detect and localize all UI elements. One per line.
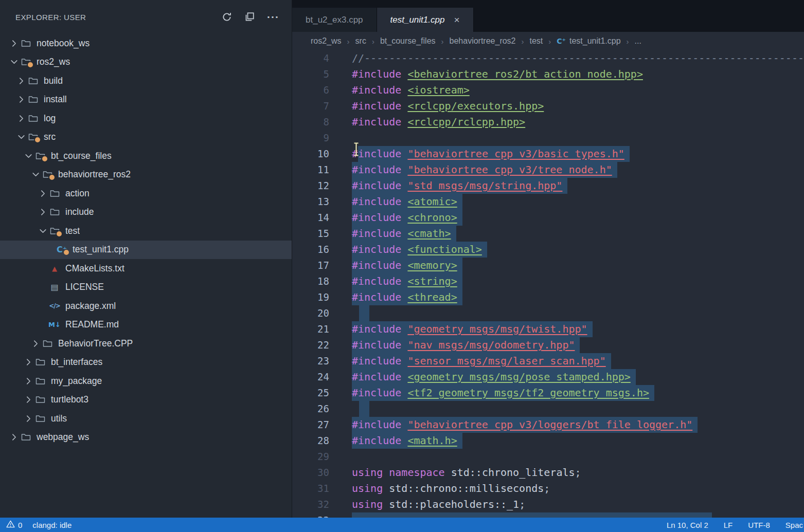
line-number[interactable]: 10 [292, 146, 329, 162]
line-number[interactable]: 4 [292, 50, 329, 66]
line-number[interactable]: 15 [292, 226, 329, 242]
tree-item-webpage_ws[interactable]: webpage_ws [0, 428, 292, 447]
tree-item-bt_course_files[interactable]: bt_course_files [0, 146, 292, 166]
tree-item-BehaviorTree.CPP[interactable]: BehaviorTree.CPP [0, 334, 292, 353]
chevron-down-icon[interactable] [15, 133, 27, 141]
tree-item-src[interactable]: src [0, 128, 292, 147]
code-line-22[interactable]: 22#include "nav_msgs/msg/odometry.hpp" [292, 337, 804, 353]
refresh-explorer-icon[interactable] [222, 12, 232, 22]
code-line-24[interactable]: 24#include <geometry_msgs/msg/pose_stamp… [292, 369, 804, 385]
code-line-10[interactable]: 10#include "behaviortree_cpp_v3/basic_ty… [292, 146, 804, 162]
code-line-6[interactable]: 6#include <iostream> [292, 82, 804, 98]
code-line-33[interactable]: 33 [292, 512, 804, 518]
problems-indicator[interactable]: 0 [6, 520, 22, 530]
code-line-9[interactable]: 9 [292, 130, 804, 146]
chevron-right-icon[interactable] [30, 339, 41, 348]
line-number[interactable]: 33 [292, 512, 329, 518]
line-number[interactable]: 5 [292, 66, 329, 82]
code-editor[interactable]: 4//-------------------------------------… [292, 50, 804, 518]
line-number[interactable]: 13 [292, 194, 329, 210]
tree-item-action[interactable]: action [0, 184, 292, 203]
tree-item-log[interactable]: log [0, 109, 292, 128]
tree-item-ros2_ws[interactable]: ros2_ws [0, 53, 292, 72]
breadcrumb-item-src[interactable]: src [355, 36, 366, 46]
breadcrumb-item-bt_course_files[interactable]: bt_course_files [380, 36, 436, 46]
line-number[interactable]: 14 [292, 210, 329, 226]
code-line-21[interactable]: 21#include "geometry_msgs/msg/twist.hpp" [292, 321, 804, 337]
line-number[interactable]: 31 [292, 481, 329, 497]
line-number[interactable]: 16 [292, 242, 329, 258]
code-line-7[interactable]: 7#include <rclcpp/executors.hpp> [292, 98, 804, 114]
tree-item-install[interactable]: install [0, 90, 292, 109]
indent-indicator[interactable]: Spac [785, 521, 803, 529]
collapse-folders-icon[interactable] [244, 12, 255, 22]
more-actions-icon[interactable]: ··· [267, 14, 279, 20]
eol-indicator[interactable]: LF [724, 521, 733, 529]
tree-item-LICENSE[interactable]: ▤LICENSE [0, 278, 292, 297]
line-number[interactable]: 12 [292, 178, 329, 194]
line-number[interactable]: 30 [292, 465, 329, 481]
chevron-right-icon[interactable] [15, 95, 27, 104]
line-number[interactable]: 20 [292, 305, 329, 321]
chevron-right-icon[interactable] [8, 433, 20, 442]
breadcrumb-item-test[interactable]: test [530, 36, 543, 46]
code-line-13[interactable]: 13#include <atomic> [292, 194, 804, 210]
encoding-indicator[interactable]: UTF-8 [748, 521, 770, 529]
tree-item-build[interactable]: build [0, 71, 292, 90]
code-line-28[interactable]: 28#include <math.h> [292, 433, 804, 449]
line-number[interactable]: 17 [292, 258, 329, 273]
code-line-17[interactable]: 17#include <memory> [292, 258, 804, 273]
code-line-14[interactable]: 14#include <chrono> [292, 210, 804, 226]
chevron-right-icon[interactable] [15, 114, 27, 123]
tree-item-behaviortree_ros2[interactable]: behaviortree_ros2 [0, 166, 292, 185]
line-number[interactable]: 6 [292, 82, 329, 98]
line-number[interactable]: 18 [292, 273, 329, 289]
chevron-right-icon[interactable] [15, 77, 27, 85]
breadcrumb-item-behaviortree_ros2[interactable]: behaviortree_ros2 [450, 36, 516, 46]
code-line-30[interactable]: 30using namespace std::chrono_literals; [292, 465, 804, 481]
tree-item-notebook_ws[interactable]: notebook_ws [0, 34, 292, 53]
line-number[interactable]: 28 [292, 433, 329, 449]
code-line-19[interactable]: 19#include <thread> [292, 289, 804, 305]
tree-item-my_package[interactable]: my_package [0, 372, 292, 391]
code-line-4[interactable]: 4//-------------------------------------… [292, 50, 804, 66]
code-line-27[interactable]: 27#include "behaviortree_cpp_v3/loggers/… [292, 417, 804, 433]
breadcrumb-item-ros2_ws[interactable]: ros2_ws [311, 36, 342, 46]
chevron-right-icon[interactable] [23, 377, 34, 386]
line-number[interactable]: 22 [292, 337, 329, 353]
tree-item-utils[interactable]: utils [0, 409, 292, 428]
code-line-26[interactable]: 26 [292, 401, 804, 417]
code-line-32[interactable]: 32using std::placeholders::_1; [292, 497, 804, 512]
line-number[interactable]: 19 [292, 289, 329, 305]
line-number[interactable]: 29 [292, 449, 329, 465]
tree-item-bt_interfaces[interactable]: bt_interfaces [0, 353, 292, 372]
breadcrumb-item-test_unit1.cpp[interactable]: C⁺test_unit1.cpp [557, 36, 620, 46]
line-number[interactable]: 11 [292, 162, 329, 178]
line-number[interactable]: 27 [292, 417, 329, 433]
chevron-right-icon[interactable] [23, 395, 34, 404]
line-number[interactable]: 7 [292, 98, 329, 114]
tree-item-turtlebot3[interactable]: turtlebot3 [0, 391, 292, 410]
tree-item-include[interactable]: include [0, 203, 292, 222]
tree-item-README.md[interactable]: M↓README.md [0, 316, 292, 335]
code-line-11[interactable]: 11#include "behaviortree_cpp_v3/tree_nod… [292, 162, 804, 178]
chevron-down-icon[interactable] [30, 170, 41, 179]
code-line-25[interactable]: 25#include <tf2_geometry_msgs/tf2_geomet… [292, 385, 804, 401]
line-number[interactable]: 23 [292, 353, 329, 369]
chevron-right-icon[interactable] [23, 414, 34, 423]
close-tab-icon[interactable]: × [454, 15, 459, 25]
clangd-status[interactable]: clangd: idle [32, 521, 72, 529]
tree-item-CMakeLists.txt[interactable]: ▲CMakeLists.txt [0, 259, 292, 278]
code-line-15[interactable]: 15#include <cmath> [292, 226, 804, 242]
chevron-down-icon[interactable] [23, 152, 34, 160]
line-number[interactable]: 9 [292, 130, 329, 146]
line-number[interactable]: 25 [292, 385, 329, 401]
line-number[interactable]: 32 [292, 497, 329, 512]
code-line-20[interactable]: 20 [292, 305, 804, 321]
tab-bt_u2_ex3.cpp[interactable]: bt_u2_ex3.cpp [292, 8, 377, 32]
chevron-right-icon[interactable] [23, 358, 34, 366]
code-line-23[interactable]: 23#include "sensor_msgs/msg/laser_scan.h… [292, 353, 804, 369]
line-number[interactable]: 8 [292, 114, 329, 130]
line-number[interactable]: 21 [292, 321, 329, 337]
tab-test_unit1.cpp[interactable]: test_unit1.cpp× [377, 8, 474, 32]
